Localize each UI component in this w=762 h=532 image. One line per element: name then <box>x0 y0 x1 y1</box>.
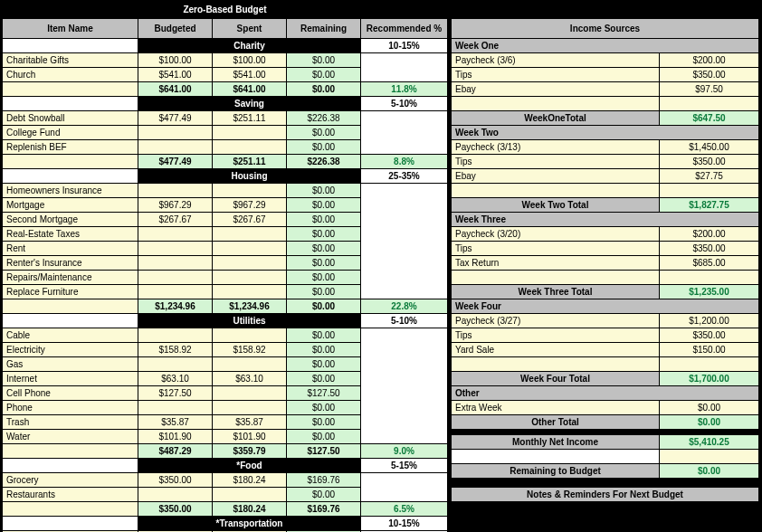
item-name[interactable]: Internet <box>3 371 138 385</box>
item-budgeted[interactable] <box>138 400 213 414</box>
item-budgeted[interactable]: $35.87 <box>138 414 213 429</box>
item-budgeted[interactable] <box>138 328 213 342</box>
item-budgeted[interactable]: $541.00 <box>138 67 213 81</box>
income-value[interactable]: $97.50 <box>660 81 759 96</box>
item-name[interactable]: Repairs/Maintenance <box>3 270 138 284</box>
income-item[interactable]: Paycheck (3/6) <box>452 52 660 67</box>
item-name[interactable]: Homeowners Insurance <box>3 183 138 197</box>
item-spent[interactable] <box>213 270 287 284</box>
income-item[interactable] <box>452 183 660 197</box>
item-name[interactable]: Charitable Gifts <box>3 52 138 67</box>
item-name[interactable]: Trash <box>3 414 138 429</box>
item-spent[interactable] <box>213 356 287 371</box>
income-item[interactable] <box>452 96 660 110</box>
item-spent[interactable]: $267.67 <box>213 212 287 226</box>
item-spent[interactable]: $541.00 <box>213 67 287 81</box>
item-budgeted[interactable] <box>138 226 213 241</box>
income-value[interactable]: $27.75 <box>660 168 759 183</box>
income-item[interactable]: Ebay <box>452 168 660 183</box>
item-name[interactable]: Church <box>3 67 138 81</box>
income-value[interactable] <box>660 356 759 371</box>
item-budgeted[interactable] <box>138 487 213 501</box>
income-item[interactable]: Tips <box>452 67 660 81</box>
item-name[interactable]: Phone <box>3 400 138 414</box>
item-budgeted[interactable] <box>138 139 213 154</box>
item-budgeted[interactable] <box>138 356 213 371</box>
income-value[interactable] <box>660 183 759 197</box>
item-name[interactable]: Rent <box>3 241 138 255</box>
income-item[interactable]: Tips <box>452 154 660 168</box>
item-spent[interactable]: $35.87 <box>213 414 287 429</box>
item-name[interactable]: Renter's Insurance <box>3 255 138 270</box>
item-spent[interactable]: $967.29 <box>213 197 287 212</box>
item-spent[interactable] <box>213 487 287 501</box>
item-spent[interactable] <box>213 139 287 154</box>
item-spent[interactable]: $100.00 <box>213 52 287 67</box>
item-budgeted[interactable]: $63.10 <box>138 371 213 385</box>
income-item[interactable]: Extra Week <box>452 400 660 414</box>
income-item[interactable]: Tips <box>452 328 660 342</box>
income-value[interactable]: $1,450.00 <box>660 139 759 154</box>
item-spent[interactable]: $251.11 <box>213 110 287 125</box>
item-budgeted[interactable]: $100.00 <box>138 52 213 67</box>
item-name[interactable]: Water <box>3 429 138 443</box>
income-value[interactable]: $350.00 <box>660 241 759 255</box>
item-spent[interactable]: $101.90 <box>213 429 287 443</box>
item-spent[interactable]: $158.92 <box>213 342 287 356</box>
item-spent[interactable] <box>213 328 287 342</box>
item-budgeted[interactable] <box>138 183 213 197</box>
item-name[interactable]: Cable <box>3 328 138 342</box>
item-budgeted[interactable] <box>138 125 213 139</box>
item-budgeted[interactable]: $158.92 <box>138 342 213 356</box>
income-item[interactable]: Paycheck (3/13) <box>452 139 660 154</box>
item-name[interactable]: Replace Furniture <box>3 284 138 299</box>
item-name[interactable]: College Fund <box>3 125 138 139</box>
item-name[interactable]: Gas <box>3 356 138 371</box>
item-name[interactable]: Replenish BEF <box>3 139 138 154</box>
item-name[interactable]: Cell Phone <box>3 385 138 400</box>
item-spent[interactable] <box>213 183 287 197</box>
item-spent[interactable] <box>213 385 287 400</box>
item-budgeted[interactable] <box>138 241 213 255</box>
item-name[interactable]: Mortgage <box>3 197 138 212</box>
income-value[interactable]: $1,200.00 <box>660 313 759 328</box>
item-name[interactable]: Grocery <box>3 472 138 487</box>
income-value[interactable]: $0.00 <box>660 400 759 414</box>
item-budgeted[interactable] <box>138 270 213 284</box>
item-name[interactable]: Restaurants <box>3 487 138 501</box>
item-budgeted[interactable]: $477.49 <box>138 110 213 125</box>
item-spent[interactable] <box>213 226 287 241</box>
item-budgeted[interactable]: $127.50 <box>138 385 213 400</box>
income-value[interactable] <box>660 96 759 110</box>
income-value[interactable] <box>660 270 759 284</box>
item-name[interactable]: Debt Snowball <box>3 110 138 125</box>
item-budgeted[interactable]: $967.29 <box>138 197 213 212</box>
item-name[interactable]: Second Mortgage <box>3 212 138 226</box>
income-value[interactable]: $350.00 <box>660 154 759 168</box>
item-spent[interactable] <box>213 255 287 270</box>
income-item[interactable]: Paycheck (3/20) <box>452 226 660 241</box>
item-spent[interactable] <box>213 125 287 139</box>
item-budgeted[interactable] <box>138 284 213 299</box>
income-value[interactable]: $350.00 <box>660 328 759 342</box>
income-item[interactable] <box>452 356 660 371</box>
item-name[interactable]: Electricity <box>3 342 138 356</box>
item-budgeted[interactable]: $350.00 <box>138 472 213 487</box>
item-name[interactable]: Real-Estate Taxes <box>3 226 138 241</box>
income-item[interactable]: Ebay <box>452 81 660 96</box>
income-item[interactable]: Paycheck (3/27) <box>452 313 660 328</box>
item-budgeted[interactable] <box>138 255 213 270</box>
income-item[interactable] <box>452 270 660 284</box>
income-value[interactable]: $685.00 <box>660 255 759 270</box>
item-spent[interactable] <box>213 284 287 299</box>
income-value[interactable]: $350.00 <box>660 67 759 81</box>
income-value[interactable]: $200.00 <box>660 52 759 67</box>
income-value[interactable]: $150.00 <box>660 342 759 356</box>
item-budgeted[interactable]: $101.90 <box>138 429 213 443</box>
item-budgeted[interactable]: $267.67 <box>138 212 213 226</box>
income-item[interactable]: Tax Return <box>452 255 660 270</box>
item-spent[interactable]: $180.24 <box>213 472 287 487</box>
income-item[interactable]: Tips <box>452 241 660 255</box>
income-value[interactable]: $200.00 <box>660 226 759 241</box>
item-spent[interactable]: $63.10 <box>213 371 287 385</box>
